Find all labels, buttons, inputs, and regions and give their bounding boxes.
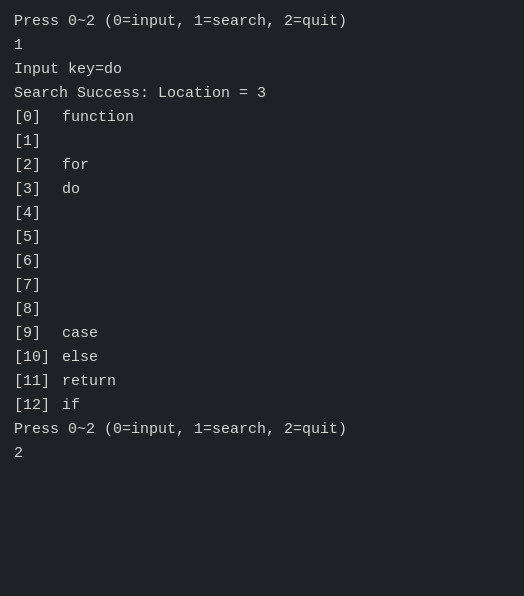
array-value-10: else — [62, 346, 98, 370]
array-index-10: [10] — [14, 346, 62, 370]
array-row-2: [2] for — [14, 154, 510, 178]
search-success-line: Search Success: Location = 3 — [14, 82, 510, 106]
user-input-line-2: 2 — [14, 442, 510, 466]
array-index-1: [1] — [14, 130, 62, 154]
array-row-4: [4] — [14, 202, 510, 226]
array-row-1: [1] — [14, 130, 510, 154]
array-value-12: if — [62, 394, 80, 418]
array-index-0: [0] — [14, 106, 62, 130]
array-index-2: [2] — [14, 154, 62, 178]
input-key-line: Input key=do — [14, 58, 510, 82]
user-input-line-1: 1 — [14, 34, 510, 58]
array-index-8: [8] — [14, 298, 62, 322]
terminal-window: Press 0~2 (0=input, 1=search, 2=quit) 1 … — [0, 0, 524, 596]
array-index-12: [12] — [14, 394, 62, 418]
search-success-text: Search Success: Location = 3 — [14, 82, 266, 106]
array-index-6: [6] — [14, 250, 62, 274]
array-row-10: [10] else — [14, 346, 510, 370]
array-row-11: [11] return — [14, 370, 510, 394]
array-row-12: [12] if — [14, 394, 510, 418]
array-index-4: [4] — [14, 202, 62, 226]
array-value-11: return — [62, 370, 116, 394]
prompt-line-2: Press 0~2 (0=input, 1=search, 2=quit) — [14, 418, 510, 442]
array-index-9: [9] — [14, 322, 62, 346]
array-row-0: [0] function — [14, 106, 510, 130]
array-index-5: [5] — [14, 226, 62, 250]
array-row-5: [5] — [14, 226, 510, 250]
array-row-9: [9] case — [14, 322, 510, 346]
array-row-8: [8] — [14, 298, 510, 322]
array-value-3: do — [62, 178, 80, 202]
array-value-2: for — [62, 154, 89, 178]
array-index-3: [3] — [14, 178, 62, 202]
array-row-6: [6] — [14, 250, 510, 274]
array-value-9: case — [62, 322, 98, 346]
user-input-value-1: 1 — [14, 34, 23, 58]
array-value-0: function — [62, 106, 134, 130]
user-input-value-2: 2 — [14, 442, 23, 466]
prompt-text-2: Press 0~2 (0=input, 1=search, 2=quit) — [14, 418, 347, 442]
input-key-text: Input key=do — [14, 58, 122, 82]
array-row-7: [7] — [14, 274, 510, 298]
array-row-3: [3] do — [14, 178, 510, 202]
prompt-line-1: Press 0~2 (0=input, 1=search, 2=quit) — [14, 10, 510, 34]
array-index-7: [7] — [14, 274, 62, 298]
array-index-11: [11] — [14, 370, 62, 394]
prompt-text-1: Press 0~2 (0=input, 1=search, 2=quit) — [14, 10, 347, 34]
